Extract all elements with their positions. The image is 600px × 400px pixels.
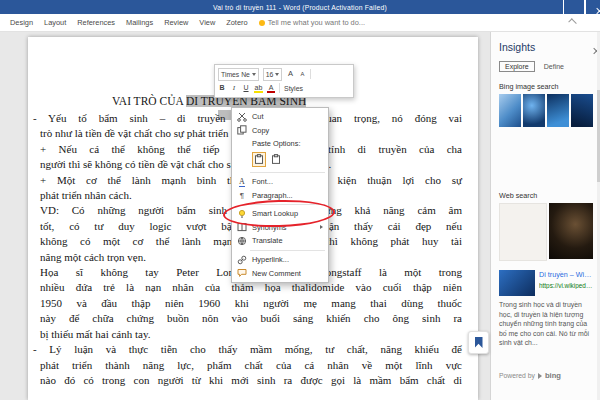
powered-by-label: Powered by: [499, 372, 535, 379]
powered-by-bing: Powered by bing: [499, 371, 561, 380]
translate-globe-icon: [237, 236, 247, 246]
window-controls: [563, 0, 596, 14]
web-result-item: Di truyền – Wikipedia... https://vi.wiki…: [491, 261, 600, 296]
tab-zotero[interactable]: Zotero: [226, 18, 247, 27]
dna-image-thumbnail[interactable]: [547, 94, 569, 127]
tell-me-box[interactable]: Tell me what you want to do...: [259, 18, 365, 27]
copy-icon: [237, 125, 247, 135]
menu-item-label: Smart Lookup: [252, 209, 298, 218]
doc-line: nào đó có trong con người từ khi mới sin…: [40, 373, 462, 388]
font-color-button[interactable]: A: [267, 84, 275, 93]
web-search-label: Web search: [491, 181, 600, 203]
hyperlink-icon: [237, 255, 247, 265]
chevron-down-icon: [252, 73, 256, 76]
underline-button[interactable]: U: [242, 83, 250, 93]
tab-design[interactable]: Design: [10, 18, 33, 27]
web-search-thumbnails: [491, 203, 600, 261]
web-thumbnail-dark[interactable]: [549, 203, 593, 259]
font-name-value: Times Ne: [221, 71, 250, 78]
menu-item-label: Hyperlink...: [252, 255, 289, 264]
tab-review[interactable]: Review: [164, 18, 188, 27]
comment-icon: [237, 268, 247, 278]
menu-item-label: Cut: [252, 112, 264, 121]
bookmark-button[interactable]: [468, 331, 489, 354]
bookmark-icon: [475, 337, 483, 348]
result-snippet: Trong sinh học và di truyền học, di truy…: [491, 296, 600, 348]
menu-item-label: Paragraph...: [252, 191, 293, 200]
doc-line: này để chữa chứng buồn nôn vào buổi sáng…: [40, 311, 462, 326]
word-window: Vai trò di truyền 111 - Word (Product Ac…: [0, 0, 600, 400]
mini-toolbar: Times Ne 16 A A B I U ab A Styles: [214, 64, 354, 98]
menu-item-font[interactable]: Font...: [232, 175, 328, 189]
doc-line: phát triển thành năng lực, phẩm chất của…: [40, 358, 462, 373]
tab-view[interactable]: View: [199, 18, 215, 27]
result-url: https://vi.wikipedia.org/wiki/Di_truyền: [539, 282, 593, 289]
chevron-down-icon: [275, 73, 279, 76]
bing-image-search-label: Bing image search: [491, 72, 600, 94]
menu-item-translate[interactable]: Translate: [232, 234, 328, 248]
book-icon: [237, 222, 247, 232]
result-link[interactable]: Di truyền – Wikipedia...: [539, 270, 593, 279]
doc-line: - Lý luận và thực tiễn cho thấy mầm mống…: [40, 342, 462, 357]
font-size-value: 16: [266, 71, 274, 78]
bold-button[interactable]: B: [218, 83, 226, 93]
font-color-icon: [267, 91, 275, 93]
collapse-ribbon-icon[interactable]: [568, 18, 576, 26]
divider: [279, 83, 280, 93]
lightbulb-icon: [237, 209, 247, 219]
italic-button[interactable]: I: [230, 83, 238, 93]
paragraph-mark-icon: [237, 190, 247, 200]
heading-text: VAI TRÒ CỦA: [112, 95, 186, 107]
highlight-label: ab: [255, 84, 263, 91]
menu-item-paste-options: Paste Options:: [232, 137, 328, 151]
insights-tabs: Explore Define: [491, 53, 600, 72]
menu-item-hyperlink[interactable]: Hyperlink...: [232, 253, 328, 267]
result-thumbnail[interactable]: [499, 270, 535, 296]
context-menu: Cut Copy Paste Options: Font...: [231, 107, 329, 283]
menu-item-label: New Comment: [252, 269, 301, 278]
submenu-arrow-icon: [320, 225, 323, 229]
menu-item-new-comment[interactable]: New Comment: [232, 266, 328, 280]
menu-item-smart-lookup[interactable]: Smart Lookup: [232, 207, 328, 221]
styles-button[interactable]: Styles: [284, 85, 303, 92]
menu-item-cut[interactable]: Cut: [232, 110, 328, 124]
menu-separator: [250, 204, 325, 205]
menu-item-label: Paste Options:: [252, 139, 300, 148]
dna-image-thumbnail[interactable]: [523, 94, 545, 127]
grow-font-button[interactable]: A: [286, 69, 294, 79]
doc-line: 1950 và đầu thập niên 1960 khi người mẹ …: [40, 296, 462, 311]
scissors-icon: [237, 112, 247, 122]
ribbon-display-options-icon[interactable]: [563, 0, 564, 16]
tab-mailings[interactable]: Mailings: [126, 18, 153, 27]
bing-logo-icon: [538, 373, 542, 379]
paste-keep-source-formatting-button[interactable]: [252, 152, 266, 167]
font-name-select[interactable]: Times Ne: [218, 68, 259, 81]
tab-layout[interactable]: Layout: [44, 18, 66, 27]
insights-pane: Insights Explore Define Bing image searc…: [490, 32, 600, 400]
font-size-select[interactable]: 16: [263, 68, 283, 81]
menu-item-synonyms[interactable]: Synonyms: [232, 221, 328, 235]
menu-separator: [250, 250, 325, 251]
dna-image-thumbnail[interactable]: [499, 94, 521, 127]
paste-options-row: [232, 151, 328, 170]
highlight-color-icon: [254, 91, 263, 93]
window-title: Vai trò di truyền 111 - Word (Product Ac…: [0, 4, 600, 11]
tab-define[interactable]: Define: [544, 63, 564, 70]
highlight-color-button[interactable]: ab: [254, 84, 263, 93]
tab-references[interactable]: References: [77, 18, 115, 27]
menu-separator: [250, 172, 325, 173]
menu-item-paragraph[interactable]: Paragraph...: [232, 188, 328, 202]
menu-item-copy[interactable]: Copy: [232, 124, 328, 138]
image-search-results: [491, 94, 600, 127]
tab-explore[interactable]: Explore: [499, 61, 535, 72]
menu-item-label: Translate: [252, 236, 283, 245]
dna-image-thumbnail[interactable]: [571, 94, 593, 127]
web-thumbnail-light[interactable]: [499, 203, 547, 261]
mini-toolbar-row-1: Times Ne 16 A A: [218, 67, 350, 81]
result-meta: Di truyền – Wikipedia... https://vi.wiki…: [539, 270, 593, 296]
restore-icon[interactable]: [584, 0, 586, 16]
divider: [310, 69, 311, 79]
shrink-font-button[interactable]: A: [298, 69, 306, 79]
paste-keep-text-only-button[interactable]: [269, 152, 283, 167]
font-color-label: A: [269, 84, 274, 91]
